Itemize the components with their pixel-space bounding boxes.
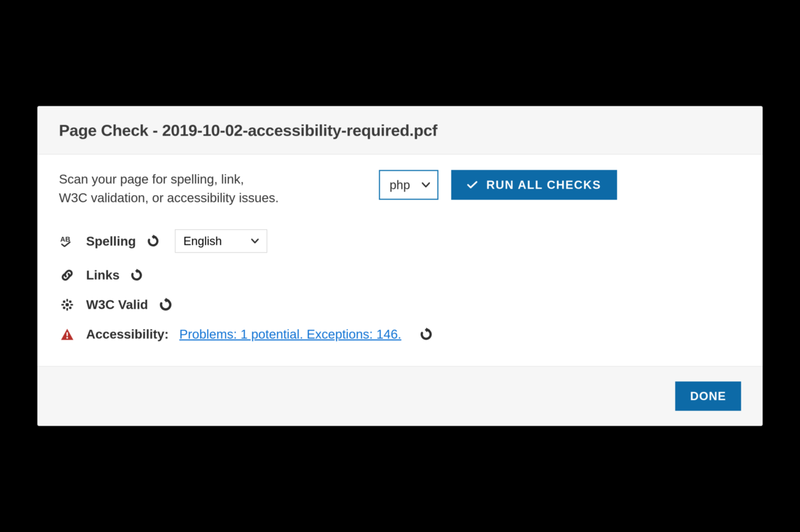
svg-rect-3 [61,304,64,306]
spelling-language-select[interactable]: English [175,229,267,253]
format-select-value: php [389,178,410,192]
w3c-label: W3C Valid [86,297,148,312]
accessibility-result-link[interactable]: Problems: 1 potential. Exceptions: 146. [179,327,401,342]
svg-text:AB: AB [60,235,70,243]
svg-rect-9 [66,303,69,306]
svg-rect-5 [63,301,65,303]
page-check-dialog: Page Check - 2019-10-02-accessibility-re… [37,106,763,426]
instructions-line2: W3C validation, or accessibility issues. [59,191,279,205]
check-row-spelling: AB Spelling English [59,222,741,260]
svg-rect-7 [63,307,65,309]
dialog-body: Scan your page for spelling, link, W3C v… [38,154,762,366]
svg-rect-8 [69,307,71,309]
svg-rect-4 [70,304,73,306]
spelling-refresh-button[interactable] [147,235,160,247]
check-row-links: Links [59,260,741,290]
alert-triangle-icon [59,328,75,340]
run-all-checks-button[interactable]: RUN ALL CHECKS [451,170,617,200]
done-button-label: DONE [690,390,726,402]
accessibility-refresh-button[interactable] [419,328,433,341]
instructions-line1: Scan your page for spelling, link, [59,172,244,186]
instructions-text: Scan your page for spelling, link, W3C v… [59,170,368,207]
svg-rect-2 [67,308,68,311]
check-row-w3c: W3C Valid [59,290,741,319]
links-label: Links [86,268,120,282]
dialog-footer: DONE [38,366,762,426]
format-select[interactable]: php [379,170,438,200]
spellcheck-icon: AB [59,235,75,247]
spelling-language-value: English [183,234,222,248]
chevron-down-icon [422,182,430,188]
check-row-accessibility: Accessibility: Problems: 1 potential. Ex… [59,319,741,349]
svg-rect-1 [67,299,68,302]
w3c-refresh-button[interactable] [159,298,172,312]
svg-point-11 [67,337,68,338]
spelling-label: Spelling [86,234,136,249]
dialog-header: Page Check - 2019-10-02-accessibility-re… [38,106,762,154]
dialog-title: Page Check - 2019-10-02-accessibility-re… [59,121,741,139]
chevron-down-icon [251,239,259,244]
svg-rect-6 [69,301,71,303]
globe-icon [59,298,75,311]
links-refresh-button[interactable] [130,269,143,282]
run-all-checks-label: RUN ALL CHECKS [486,178,601,192]
done-button[interactable]: DONE [675,381,741,411]
svg-rect-10 [67,332,68,336]
check-icon [467,181,477,189]
link-icon [59,268,75,282]
accessibility-label: Accessibility: [86,327,168,342]
